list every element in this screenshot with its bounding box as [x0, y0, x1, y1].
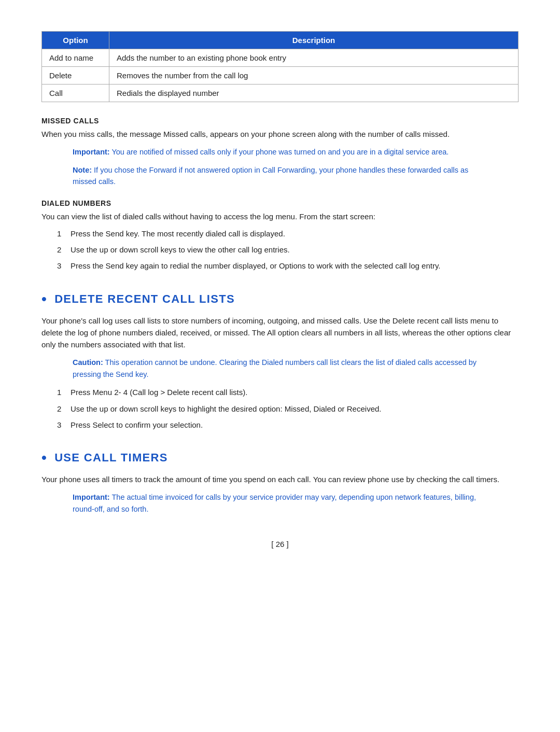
table-cell-option: Delete: [42, 67, 109, 85]
note-label: Note:: [73, 166, 92, 174]
table-cell-description: Removes the number from the call log: [109, 67, 519, 85]
table-cell-option: Call: [42, 85, 109, 102]
table-row: Call Redials the displayed number: [42, 85, 519, 102]
delete-recent-caution-text: This operation cannot be undone. Clearin…: [73, 358, 477, 378]
missed-calls-heading: MISSED CALLS: [41, 117, 519, 125]
dialed-numbers-heading: DIALED NUMBERS: [41, 199, 519, 207]
important-label-2: Important:: [73, 493, 110, 501]
table-header-option: Option: [42, 32, 109, 49]
page-number: [ 26 ]: [41, 540, 519, 548]
dialed-numbers-body: You can view the list of dialed calls wi…: [41, 210, 519, 222]
caution-label: Caution:: [73, 358, 103, 367]
delete-recent-body: Your phone's call log uses call lists to…: [41, 315, 519, 351]
missed-calls-section: MISSED CALLS When you miss calls, the me…: [41, 117, 519, 188]
options-table: Option Description Add to name Adds the …: [41, 31, 519, 102]
list-item: Press the Send key again to redial the n…: [57, 260, 519, 272]
important-label: Important:: [73, 148, 110, 156]
dialed-numbers-steps: Press the Send key. The most recently di…: [57, 228, 519, 272]
table-row: Delete Removes the number from the call …: [42, 67, 519, 85]
use-call-timers-heading: USE CALL TIMERS: [41, 449, 519, 466]
dialed-numbers-section: DIALED NUMBERS You can view the list of …: [41, 199, 519, 272]
missed-calls-note-text: If you chose the Forward if not answered…: [73, 166, 468, 186]
use-call-timers-body: Your phone uses all timers to track the …: [41, 473, 519, 485]
missed-calls-body: When you miss calls, the message Missed …: [41, 128, 519, 140]
table-header-description: Description: [109, 32, 519, 49]
use-call-timers-important: Important: The actual time invoiced for …: [73, 491, 487, 515]
missed-calls-note: Note: If you chose the Forward if not an…: [73, 164, 487, 188]
delete-recent-caution: Caution: This operation cannot be undone…: [73, 357, 487, 380]
missed-calls-important: Important: You are notified of missed ca…: [73, 146, 487, 158]
missed-calls-important-text: You are notified of missed calls only if…: [111, 148, 449, 156]
table-row: Add to name Adds the number to an existi…: [42, 49, 519, 67]
list-item: Use the up or down scroll keys to view t…: [57, 244, 519, 256]
table-cell-option: Add to name: [42, 49, 109, 67]
list-item: Use the up or down scroll keys to highli…: [57, 403, 519, 415]
table-cell-description: Adds the number to an existing phone boo…: [109, 49, 519, 67]
use-call-timers-important-text: The actual time invoiced for calls by yo…: [73, 493, 476, 513]
delete-recent-steps: Press Menu 2- 4 (Call log > Delete recen…: [57, 386, 519, 431]
list-item: Press the Send key. The most recently di…: [57, 228, 519, 240]
list-item: Press Select to confirm your selection.: [57, 419, 519, 431]
delete-recent-heading: DELETE RECENT CALL LISTS: [41, 291, 519, 307]
delete-recent-section: DELETE RECENT CALL LISTS Your phone's ca…: [41, 291, 519, 431]
table-cell-description: Redials the displayed number: [109, 85, 519, 102]
use-call-timers-section: USE CALL TIMERS Your phone uses all time…: [41, 449, 519, 515]
list-item: Press Menu 2- 4 (Call log > Delete recen…: [57, 386, 519, 398]
